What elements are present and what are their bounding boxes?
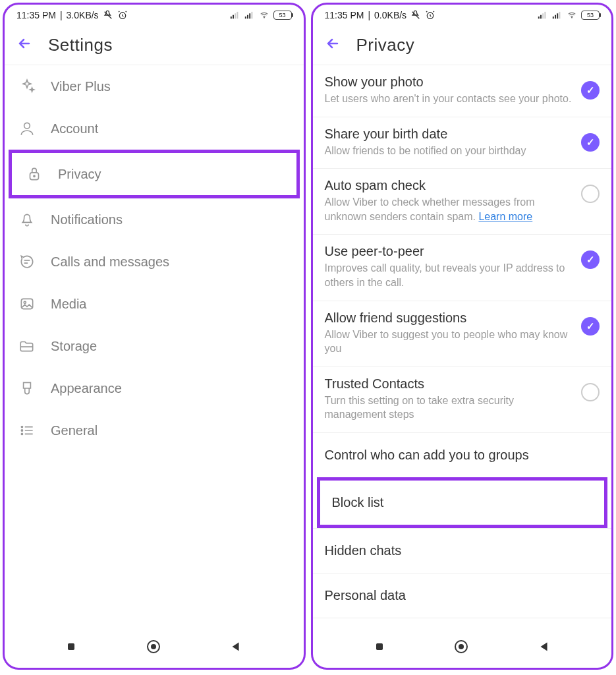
svg-point-15: [21, 426, 22, 428]
settings-item-privacy[interactable]: Privacy: [12, 153, 296, 195]
page-title: Settings: [48, 35, 113, 55]
image-icon: [18, 295, 36, 313]
status-net: 3.0KB/s: [67, 10, 99, 20]
privacy-link-groups[interactable]: Control who can add you to groups: [313, 432, 612, 477]
toggle-title: Trusted Contacts: [325, 376, 574, 392]
user-icon: [18, 119, 36, 138]
svg-rect-26: [553, 16, 554, 18]
checkmark-toggle-icon[interactable]: [581, 81, 600, 100]
toggle-sub: Allow Viber to suggest you to people who…: [325, 328, 574, 356]
nav-recent-icon[interactable]: [373, 640, 386, 656]
nav-back-icon[interactable]: [537, 639, 551, 657]
svg-rect-7: [249, 13, 250, 18]
svg-point-33: [459, 644, 464, 649]
alarm-icon: [425, 11, 435, 20]
privacy-list: Show your photo Let users who aren't in …: [313, 65, 612, 630]
toggle-sub: Allow friends to be notified on your bir…: [325, 144, 574, 158]
settings-item-storage[interactable]: Storage: [5, 325, 304, 367]
svg-rect-4: [237, 11, 238, 18]
checkmark-toggle-icon[interactable]: [581, 250, 600, 269]
wifi-icon: [567, 11, 577, 20]
header: Privacy: [313, 23, 612, 65]
privacy-link-personal-data[interactable]: Personal data: [313, 573, 612, 618]
privacy-toggle-p2p[interactable]: Use peer-to-peer Improves call quality, …: [313, 234, 612, 300]
svg-rect-2: [233, 15, 234, 18]
svg-point-20: [151, 644, 156, 649]
svg-rect-27: [555, 15, 556, 18]
settings-item-viber-plus[interactable]: Viber Plus: [5, 65, 304, 107]
folder-icon: [18, 337, 36, 355]
sparkle-icon: [18, 77, 36, 96]
checkmark-toggle-icon[interactable]: [581, 383, 600, 401]
privacy-toggle-friend-suggestions[interactable]: Allow friend suggestions Allow Viber to …: [313, 301, 612, 367]
svg-rect-25: [544, 11, 546, 18]
settings-label: Media: [51, 297, 86, 312]
header: Settings: [5, 23, 304, 65]
svg-point-14: [24, 301, 26, 303]
toggle-sub: Turn this setting on to take extra secur…: [325, 394, 574, 422]
learn-more-link[interactable]: Learn more: [478, 211, 532, 222]
settings-item-account[interactable]: Account: [5, 107, 304, 150]
settings-item-notifications[interactable]: Notifications: [5, 198, 304, 241]
highlight-blocklist: Block list: [317, 477, 608, 528]
svg-rect-1: [230, 16, 231, 18]
settings-item-appearance[interactable]: Appearance: [5, 367, 304, 409]
brush-icon: [18, 379, 36, 397]
toggle-sub: Let users who aren't in your contacts se…: [325, 92, 574, 106]
svg-point-30: [571, 17, 572, 18]
svg-rect-28: [557, 13, 558, 18]
settings-label: Calls and messages: [51, 254, 169, 270]
status-time: 11:35 PM: [16, 10, 56, 20]
nav-recent-icon[interactable]: [65, 640, 78, 656]
status-bar: 11:35 PM | 0.0KB/s 53: [313, 5, 612, 23]
settings-label: General: [51, 423, 98, 438]
mute-icon: [103, 11, 113, 20]
alarm-icon: [117, 11, 128, 20]
checkmark-toggle-icon[interactable]: [581, 133, 600, 152]
phone-privacy: 11:35 PM | 0.0KB/s 53 Privacy Show your …: [311, 3, 614, 670]
svg-rect-29: [559, 11, 560, 18]
settings-label: Appearance: [51, 381, 122, 396]
svg-rect-18: [68, 643, 74, 650]
settings-label: Notifications: [51, 212, 123, 227]
nav-back-icon[interactable]: [229, 639, 243, 657]
toggle-title: Allow friend suggestions: [325, 310, 574, 326]
wifi-icon: [259, 11, 269, 20]
svg-rect-23: [540, 15, 542, 18]
checkmark-toggle-icon[interactable]: [581, 317, 600, 336]
signal1-icon: [538, 11, 548, 20]
settings-item-calls[interactable]: Calls and messages: [5, 241, 304, 283]
checkmark-toggle-icon[interactable]: [581, 185, 600, 203]
svg-point-16: [21, 430, 22, 431]
privacy-toggle-birthdate[interactable]: Share your birth date Allow friends to b…: [313, 117, 612, 169]
status-time: 11:35 PM: [325, 10, 364, 20]
privacy-toggle-photo[interactable]: Show your photo Let users who aren't in …: [313, 65, 612, 117]
list-icon: [18, 421, 36, 440]
signal2-icon: [244, 11, 255, 20]
status-net: 0.0KB/s: [374, 10, 406, 20]
privacy-toggle-spam[interactable]: Auto spam check Allow Viber to check whe…: [313, 168, 612, 234]
privacy-link-policy[interactable]: Privacy Policy: [313, 618, 612, 630]
nav-bar: [313, 630, 612, 668]
svg-rect-31: [376, 643, 383, 650]
back-arrow-icon[interactable]: [325, 36, 341, 55]
nav-home-icon[interactable]: [453, 639, 469, 657]
privacy-link-blocklist[interactable]: Block list: [320, 481, 605, 525]
privacy-toggle-trusted[interactable]: Trusted Contacts Turn this setting on to…: [313, 367, 612, 432]
mute-icon: [410, 11, 421, 20]
lock-icon: [25, 165, 43, 183]
back-arrow-icon[interactable]: [16, 36, 32, 55]
battery-icon: 53: [581, 11, 600, 20]
settings-item-media[interactable]: Media: [5, 283, 304, 325]
page-title: Privacy: [356, 35, 415, 55]
toggle-sub: Allow Viber to check whether messages fr…: [325, 195, 574, 223]
phone-settings: 11:35 PM | 3.0KB/s 53 Settings Viber Plu…: [3, 3, 306, 670]
privacy-link-hidden-chats[interactable]: Hidden chats: [313, 528, 612, 573]
battery-icon: 53: [273, 11, 292, 20]
settings-item-general[interactable]: General: [5, 409, 304, 452]
toggle-title: Share your birth date: [325, 127, 574, 142]
nav-home-icon[interactable]: [146, 639, 161, 657]
signal2-icon: [552, 11, 563, 20]
settings-label: Viber Plus: [51, 79, 111, 94]
svg-rect-6: [247, 15, 248, 18]
